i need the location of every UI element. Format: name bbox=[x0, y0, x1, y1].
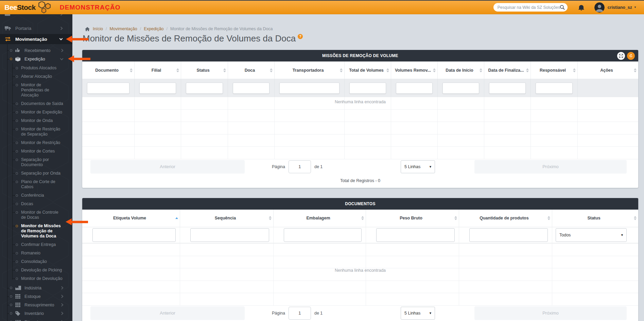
table-cell bbox=[459, 268, 552, 281]
table-cell bbox=[180, 281, 274, 293]
filter-input-filial[interactable] bbox=[139, 83, 176, 94]
truck-icon bbox=[5, 26, 12, 31]
sidebar-item-monitor-de-pendencias-de-alocacao[interactable]: Monitor de Pendências de Alocação bbox=[0, 81, 72, 100]
filter-input-quantidade-de-produtos[interactable] bbox=[469, 228, 548, 242]
next-page-button[interactable]: Próximo bbox=[474, 306, 627, 320]
chevron-right-icon bbox=[59, 26, 63, 30]
filter-input-data-de-inicio[interactable] bbox=[442, 83, 479, 94]
column-header-data-de-inicio[interactable]: Data de Início bbox=[438, 61, 484, 79]
column-header-label: Data de Início bbox=[446, 68, 473, 73]
previous-page-button[interactable]: Anterior bbox=[90, 160, 245, 174]
column-header-transportadora[interactable]: Transportadora bbox=[275, 61, 345, 79]
column-header-embalagem[interactable]: Embalagem bbox=[274, 210, 366, 227]
sidebar-item-portaria[interactable]: Portaria bbox=[0, 23, 72, 33]
column-header-doca[interactable]: Doca bbox=[228, 61, 275, 79]
page-number-input[interactable] bbox=[289, 307, 311, 320]
column-header-sequencia[interactable]: Sequência bbox=[180, 210, 274, 227]
filter-input-peso-bruto[interactable] bbox=[376, 228, 455, 242]
sidebar-item-docas[interactable]: Docas bbox=[0, 200, 72, 208]
sidebar-item-monitor-de-onda[interactable]: Monitor de Onda bbox=[0, 117, 72, 125]
sidebar-item-plano-de-corte-de-cabos[interactable]: Plano de Corte de Cabos bbox=[0, 178, 72, 191]
column-header-responsavel[interactable]: Responsável bbox=[531, 61, 578, 79]
sidebar-item-etiquetas[interactable]: Etiquetas bbox=[0, 318, 72, 321]
sidebar-item-industria[interactable]: Indústria bbox=[0, 284, 72, 292]
status-filter-select[interactable]: Todos bbox=[556, 228, 627, 242]
column-header-data-de-finaliza[interactable]: Data de Finaliza... bbox=[484, 61, 531, 79]
table-cell bbox=[274, 256, 366, 268]
breadcrumb-item-expedicao[interactable]: Expedição bbox=[144, 26, 163, 31]
sidebar-item-produtos-alocados[interactable]: Produtos Alocados bbox=[0, 64, 72, 72]
home-icon[interactable] bbox=[85, 27, 90, 31]
sidebar-item-romaneio[interactable]: Romaneio bbox=[0, 249, 72, 257]
sidebar-item-monitor-de-missoes-de-remocao-de-volumes-da-doca[interactable]: Monitor de Missões de Remoção de Volumes… bbox=[0, 222, 72, 240]
sidebar-item-inventario[interactable]: Inventário bbox=[0, 309, 72, 318]
sidebar-item-conferencia[interactable]: Conferência bbox=[0, 191, 72, 200]
sidebar-item-devolucao-de-picking[interactable]: Devolução de Picking bbox=[0, 266, 72, 274]
sort-down-icon bbox=[634, 71, 637, 72]
breadcrumb-item-inicio[interactable]: Início bbox=[93, 26, 103, 31]
column-header-volumes-remov[interactable]: Volumes Remov... bbox=[391, 61, 438, 79]
sidebar-item-expedicao[interactable]: Expedição bbox=[0, 55, 72, 63]
sidebar-item-monitor-de-cortes[interactable]: Monitor de Cortes bbox=[0, 147, 72, 156]
filter-input-transportadora[interactable] bbox=[279, 83, 340, 94]
column-header-status[interactable]: Status bbox=[181, 61, 228, 79]
sidebar-item-ressuprimento[interactable]: Ressuprimento bbox=[0, 301, 72, 309]
sidebar-item-monitor-de-restricao-de-separacao[interactable]: Monitor de Restrição de Separação bbox=[0, 125, 72, 139]
filter-input-doca[interactable] bbox=[233, 83, 269, 94]
previous-page-button[interactable]: Anterior bbox=[90, 306, 245, 320]
column-header-status[interactable]: Status bbox=[552, 210, 638, 227]
focus-icon[interactable] bbox=[617, 52, 625, 60]
next-page-button[interactable]: Próximo bbox=[474, 160, 627, 174]
table-row bbox=[82, 281, 638, 293]
sidebar-item-documentos-de-saida[interactable]: Documentos de Saída bbox=[0, 100, 72, 108]
column-header-quantidade-de-produtos[interactable]: Quantidade de produtos bbox=[459, 210, 552, 227]
sidebar-item-recebimento[interactable]: Recebimento bbox=[0, 46, 72, 55]
bullet-icon bbox=[16, 203, 18, 205]
filter-input-status[interactable] bbox=[186, 83, 223, 94]
page-size-select[interactable]: 5 Linhas bbox=[401, 307, 435, 320]
filter-input-responsavel[interactable] bbox=[536, 83, 573, 94]
filter-input-sequencia[interactable] bbox=[190, 228, 269, 242]
sidebar: Portaria Movimentação RecebimentoExpediç… bbox=[0, 14, 72, 321]
sidebar-item-confirmar-entrega[interactable]: Confirmar Entrega bbox=[0, 240, 72, 249]
column-header-filial[interactable]: Filial bbox=[135, 61, 181, 79]
table-cell bbox=[82, 97, 135, 109]
sidebar-item-estoque[interactable]: Estoque bbox=[0, 292, 72, 301]
sidebar-item-alterar-alocacao[interactable]: Alterar Alocação bbox=[0, 72, 72, 81]
sidebar-item-monitor-de-expedicao[interactable]: Monitor de Expedição bbox=[0, 108, 72, 117]
sidebar-item-monitor-de-controle-de-docas[interactable]: Monitor de Controle de Docas bbox=[0, 208, 72, 222]
sidebar-item-consolidacao[interactable]: Consolidação bbox=[0, 257, 72, 266]
table-cell bbox=[135, 147, 181, 159]
filter-input-total-de-volumes[interactable] bbox=[349, 83, 386, 94]
beestock-logo[interactable]: BeeStock bbox=[4, 1, 52, 14]
filter-input-documento[interactable] bbox=[87, 83, 129, 94]
sort-icon bbox=[433, 68, 436, 72]
column-header-etiqueta-volume[interactable]: Etiqueta Volume bbox=[82, 210, 180, 227]
column-header-total-de-volumes[interactable]: Total de Volumes bbox=[345, 61, 391, 79]
filter-cell-status bbox=[181, 79, 228, 97]
column-header-peso-bruto[interactable]: Peso Bruto bbox=[366, 210, 459, 227]
page-number-input[interactable] bbox=[289, 160, 311, 173]
user-menu[interactable]: cristiano_sz ▼ bbox=[608, 5, 637, 10]
wiki-search-input[interactable] bbox=[498, 5, 563, 10]
refresh-icon[interactable] bbox=[627, 52, 635, 60]
page-size-select[interactable]: 5 Linhas bbox=[401, 160, 435, 173]
sidebar-item-partial-top[interactable] bbox=[0, 14, 72, 19]
sidebar-item-separacao-por-onda[interactable]: Separação por Onda bbox=[0, 169, 72, 178]
sidebar-item-movimentacao[interactable]: Movimentação bbox=[0, 34, 72, 44]
help-icon[interactable]: ? bbox=[298, 34, 303, 39]
table-cell bbox=[135, 122, 181, 134]
sidebar-item-separacao-por-documento[interactable]: Separação por Documento bbox=[0, 156, 72, 169]
filter-input-volumes-remov[interactable] bbox=[396, 83, 433, 94]
filter-input-embalagem[interactable] bbox=[284, 228, 362, 242]
sidebar-item-monitor-de-restricao[interactable]: Monitor de Restrição bbox=[0, 139, 72, 147]
filter-input-etiqueta-volume[interactable] bbox=[92, 228, 176, 242]
search-icon[interactable] bbox=[560, 5, 565, 10]
column-header-documento[interactable]: Documento bbox=[82, 61, 135, 79]
breadcrumb-item-movimentacao[interactable]: Movimentação bbox=[109, 26, 137, 31]
filter-input-data-de-finaliza[interactable] bbox=[489, 83, 526, 94]
user-avatar[interactable] bbox=[594, 2, 605, 13]
sidebar-item-monitor-de-devolucao[interactable]: Monitor de Devolução bbox=[0, 274, 72, 283]
notifications-bell-icon[interactable] bbox=[578, 4, 584, 11]
column-header-acoes[interactable]: Ações bbox=[578, 61, 638, 79]
